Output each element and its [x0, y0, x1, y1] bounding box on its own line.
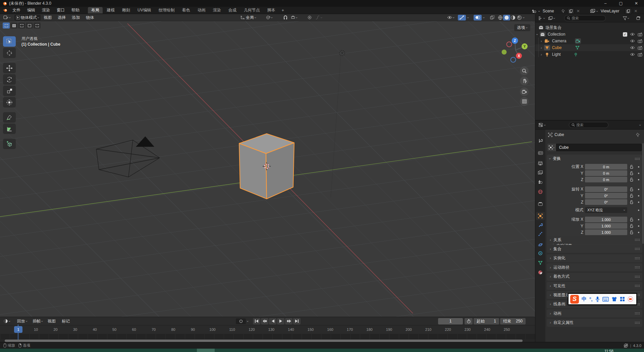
camera-expand-icon[interactable]: ›	[541, 39, 542, 43]
scene-browse-chevron[interactable]: ›	[537, 10, 541, 12]
timeline-editor-type-button[interactable]: ›	[2, 318, 12, 324]
auto-keying-dropdown[interactable]: ›	[246, 320, 250, 322]
object-id-icon[interactable]: ›	[547, 144, 556, 151]
tool-measure[interactable]	[3, 124, 16, 134]
ime-toolbox-icon[interactable]	[620, 297, 625, 302]
properties-panel-collapsed[interactable]: › 关系	[547, 236, 642, 244]
tool-select-box[interactable]	[3, 36, 16, 47]
tab-shading[interactable]: 着色	[179, 7, 194, 13]
snap-settings-dropdown[interactable]: ›	[289, 15, 299, 20]
scale-z-field[interactable]: 1.000	[585, 229, 627, 235]
scene-name[interactable]: Scene	[543, 9, 554, 13]
scene-collection-row[interactable]: 场景集合	[535, 24, 644, 31]
tab-uv-editing[interactable]: UV编辑	[134, 7, 155, 13]
tool-scale[interactable]	[3, 86, 16, 96]
jump-to-start-button[interactable]	[253, 318, 260, 324]
ime-mic-icon[interactable]	[595, 296, 600, 302]
play-button[interactable]	[277, 318, 284, 324]
render-camera-icon[interactable]	[638, 39, 642, 43]
gizmos-dropdown[interactable]: ›	[466, 17, 470, 18]
add-workspace-button[interactable]: +	[279, 8, 287, 13]
ime-skin-icon[interactable]	[611, 297, 617, 302]
taskbar-open-app-indicator[interactable]	[197, 349, 215, 352]
menu-render[interactable]: 渲染	[39, 7, 53, 14]
panel-drag-dots[interactable]	[635, 275, 640, 278]
shading-dropdown[interactable]: ›	[522, 17, 526, 18]
visibility-dropdown[interactable]: ›	[445, 15, 456, 20]
current-frame-field[interactable]: 1	[438, 318, 463, 324]
viewport-menu-object[interactable]: 物体	[83, 15, 97, 20]
menu-file[interactable]: 文件	[9, 7, 24, 14]
snap-toggle[interactable]	[282, 15, 289, 20]
render-camera-icon[interactable]	[638, 33, 642, 36]
shading-material-button[interactable]	[509, 15, 517, 20]
animate-dot[interactable]	[638, 210, 639, 211]
editor-type-button[interactable]: ›	[2, 15, 12, 20]
lock-icon[interactable]	[630, 218, 633, 222]
animate-dot[interactable]	[638, 219, 639, 220]
overlays-dropdown[interactable]: ›	[482, 17, 486, 18]
cube-expand-icon[interactable]: ›	[541, 46, 542, 50]
new-collection-button[interactable]	[635, 15, 642, 21]
rot-y-field[interactable]: 0°	[585, 193, 627, 199]
proportional-editing-toggle[interactable]	[306, 15, 313, 20]
transform-orientation-dropdown[interactable]: 全局›	[239, 15, 258, 20]
new-viewlayer-button[interactable]	[625, 8, 632, 14]
properties-editor-type-button[interactable]: ›	[537, 122, 547, 128]
lock-icon[interactable]	[630, 194, 633, 198]
tool-annotate[interactable]	[3, 112, 16, 123]
select-mode-intersect[interactable]	[34, 23, 41, 29]
shading-wireframe-button[interactable]	[497, 15, 504, 20]
panel-drag-dots[interactable]	[635, 248, 640, 250]
animate-dot[interactable]	[638, 195, 639, 196]
remove-viewlayer-icon[interactable]: ✕	[634, 9, 637, 13]
new-scene-button[interactable]	[567, 8, 575, 14]
viewlayer-name[interactable]: ViewLayer	[601, 9, 620, 13]
unlink-scene-icon[interactable]: ✕	[577, 9, 580, 13]
animate-dot[interactable]	[638, 179, 639, 180]
animate-dot[interactable]	[638, 166, 639, 168]
lock-icon[interactable]	[630, 178, 633, 182]
pin-icon[interactable]	[561, 9, 565, 13]
collection-expand-icon[interactable]: ›	[535, 34, 539, 35]
render-camera-icon[interactable]	[638, 53, 642, 56]
viewport-3d[interactable]: › 物体模式› 视图 选择 添加 物体 全局› › › › ›	[0, 14, 535, 317]
properties-search[interactable]: 搜索	[569, 122, 608, 128]
properties-options-dropdown[interactable]: ›	[639, 124, 642, 126]
lock-icon[interactable]	[630, 200, 633, 204]
properties-panel-collapsed[interactable]: › 自定义属性	[547, 319, 642, 327]
overlays-toggle[interactable]	[474, 15, 482, 20]
zoom-view-icon[interactable]	[520, 67, 529, 75]
select-mode-extend[interactable]	[10, 23, 17, 29]
tab-collection[interactable]	[536, 200, 545, 208]
hide-eye-icon[interactable]	[630, 39, 635, 43]
transform-panel-header[interactable]: › 变换	[547, 155, 642, 163]
rotation-mode-dropdown[interactable]: XYZ 欧拉›	[585, 207, 627, 213]
tab-texture-paint[interactable]: 纹理绘制	[155, 7, 178, 13]
select-mode-subtract[interactable]	[18, 23, 25, 29]
lock-icon[interactable]	[630, 224, 633, 228]
frame-end-field[interactable]: 结束250	[500, 318, 526, 324]
play-reverse-button[interactable]	[269, 318, 276, 324]
tool-cursor[interactable]	[3, 48, 16, 58]
light-row[interactable]: › Light	[535, 51, 644, 58]
scene-browse-icon[interactable]	[532, 9, 537, 13]
camera-view-icon[interactable]	[520, 87, 529, 96]
panel-drag-dots[interactable]	[635, 238, 640, 241]
pivot-point-dropdown[interactable]: ›	[264, 15, 274, 20]
cube-row-selected[interactable]: › Cube	[535, 44, 644, 51]
tab-view-layer[interactable]	[536, 169, 545, 177]
properties-panel-collapsed[interactable]: › 实例化	[547, 254, 642, 262]
outliner-filter-id-dropdown[interactable]: ›	[547, 15, 557, 21]
breadcrumb-object[interactable]: Cube	[554, 132, 564, 137]
tab-tool[interactable]	[536, 137, 545, 145]
outliner-search[interactable]: 搜索	[564, 15, 606, 21]
auto-keying-toggle[interactable]	[236, 318, 246, 324]
properties-panel-collapsed[interactable]: › 动画	[547, 309, 642, 317]
pan-view-icon[interactable]	[520, 77, 529, 85]
animate-dot[interactable]	[638, 225, 639, 227]
render-camera-icon[interactable]	[638, 46, 642, 50]
lock-icon[interactable]	[630, 171, 633, 175]
pin-id-icon[interactable]	[636, 133, 640, 137]
gizmos-toggle[interactable]	[458, 15, 466, 20]
